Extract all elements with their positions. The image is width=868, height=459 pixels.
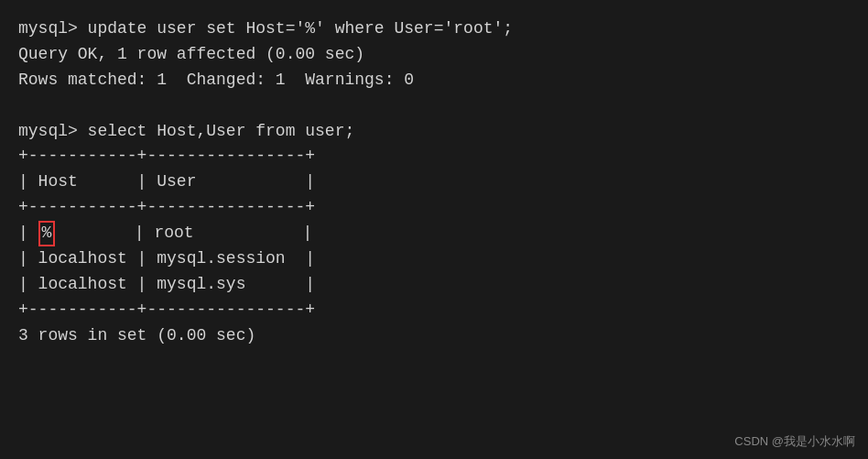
table-row-2: | localhost | mysql.session | xyxy=(18,246,850,272)
table-divider-3: +-----------+----------------+ xyxy=(18,298,850,323)
table-row-1: | % | root | xyxy=(18,221,850,246)
table-divider-2: +-----------+----------------+ xyxy=(18,195,850,221)
result-footer: 3 rows in set (0.00 sec) xyxy=(18,323,850,349)
table-divider-1: +-----------+----------------+ xyxy=(18,144,850,169)
command-line-1: mysql> update user set Host='%' where Us… xyxy=(18,16,850,42)
highlighted-percent: % xyxy=(38,221,56,246)
watermark: CSDN @我是小水水啊 xyxy=(734,433,855,450)
terminal-window: mysql> update user set Host='%' where Us… xyxy=(0,0,868,459)
query-result-1: Query OK, 1 row affected (0.00 sec) xyxy=(18,42,850,68)
empty-line xyxy=(18,93,850,119)
table-row-3: | localhost | mysql.sys | xyxy=(18,272,850,298)
command-line-2: mysql> select Host,User from user; xyxy=(18,119,850,145)
query-result-2: Rows matched: 1 Changed: 1 Warnings: 0 xyxy=(18,68,850,93)
table-header: | Host | User | xyxy=(18,169,850,195)
